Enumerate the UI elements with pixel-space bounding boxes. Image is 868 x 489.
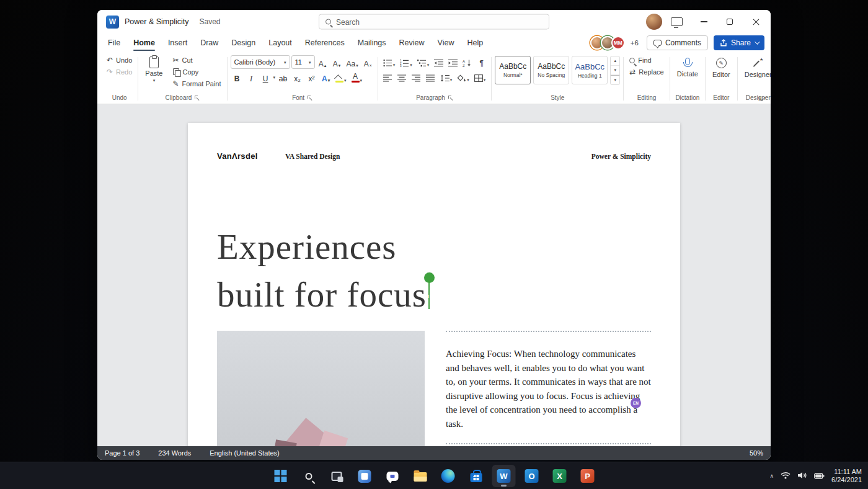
close-button[interactable] — [745, 12, 767, 31]
tab-layout[interactable]: Layout — [268, 34, 293, 52]
subscript-button[interactable]: x₂ — [291, 71, 304, 84]
store-button[interactable] — [464, 465, 488, 487]
style-heading-1[interactable]: AaBbCc Heading 1 — [572, 56, 608, 84]
style-gallery-down[interactable]: ▾ — [611, 66, 619, 75]
document-text-column[interactable]: Achieving Focus: When technology communi… — [446, 331, 651, 446]
redo-button[interactable]: ↷ Redo — [104, 67, 135, 77]
find-button[interactable]: Find — [627, 55, 666, 65]
heading-line-1[interactable]: Experiences — [217, 223, 651, 271]
change-case-button[interactable]: Aa ▾ — [345, 56, 360, 69]
body-paragraph[interactable]: Achieving Focus: When technology communi… — [446, 347, 651, 431]
font-dialog-launcher[interactable] — [308, 96, 312, 101]
document-title[interactable]: Power & Simplicity — [125, 17, 189, 26]
clipboard-dialog-launcher[interactable] — [195, 96, 200, 101]
collaborator-avatar-mm[interactable]: MM — [611, 36, 625, 50]
numbering-button[interactable]: 123 ▾ — [398, 55, 414, 68]
start-button[interactable] — [269, 465, 293, 487]
text-effects-button[interactable]: A ▾ — [319, 71, 332, 84]
widgets-button[interactable] — [353, 465, 376, 487]
style-no-spacing[interactable]: AaBbCc No Spacing — [533, 56, 569, 84]
share-button[interactable]: Share — [714, 35, 764, 50]
tray-overflow-chevron[interactable]: ∧ — [769, 473, 774, 479]
bullets-button[interactable]: ▾ — [381, 55, 397, 68]
align-right-button[interactable] — [410, 70, 423, 83]
tab-design[interactable]: Design — [231, 34, 256, 52]
word-taskbar-button[interactable]: W — [492, 465, 516, 487]
paste-button[interactable]: Paste ▾ — [141, 55, 166, 89]
copy-button[interactable]: Copy — [170, 67, 224, 77]
tab-home[interactable]: Home — [133, 34, 156, 52]
battery-icon[interactable] — [814, 470, 825, 482]
tab-mailings[interactable]: Mailings — [357, 34, 387, 52]
font-family-combo[interactable]: Calibri (Body) ▾ — [231, 55, 290, 69]
tab-help[interactable]: Help — [466, 34, 484, 52]
outlook-taskbar-button[interactable]: O — [520, 465, 544, 487]
comments-button[interactable]: Comments — [647, 35, 708, 50]
bold-button[interactable]: B — [231, 71, 244, 84]
line-spacing-button[interactable]: ▾ — [438, 70, 454, 83]
style-gallery-up[interactable]: ▴ — [611, 56, 619, 66]
minimize-button[interactable] — [693, 12, 715, 31]
tab-review[interactable]: Review — [399, 34, 425, 52]
language-indicator[interactable]: English (United States) — [210, 449, 280, 457]
editor-button[interactable]: ✎ Editor — [709, 55, 734, 78]
shrink-font-button[interactable]: A ▾ — [330, 56, 343, 69]
sort-button[interactable]: AZ — [461, 55, 474, 68]
paragraph-dialog-launcher[interactable] — [448, 96, 453, 101]
account-avatar[interactable] — [646, 14, 662, 30]
format-painter-button[interactable]: ✎ Format Paint — [170, 79, 224, 89]
clear-formatting-button[interactable]: A × — [361, 56, 374, 69]
undo-button[interactable]: ↶ Undo — [104, 55, 135, 65]
underline-dropdown-icon[interactable]: ▾ — [273, 75, 276, 79]
zoom-level[interactable]: 50% — [750, 449, 763, 457]
wifi-icon[interactable] — [781, 470, 790, 482]
style-normal[interactable]: AaBbCc Normal* — [495, 56, 531, 84]
highlight-color-button[interactable]: ▾ — [334, 71, 348, 84]
edge-button[interactable] — [436, 465, 460, 487]
replace-button[interactable]: ⇄ Replace — [627, 67, 666, 77]
dictate-button[interactable]: Dictate — [673, 55, 702, 78]
grow-font-button[interactable]: A ▴ — [316, 56, 329, 69]
paste-dropdown-icon[interactable]: ▾ — [153, 78, 156, 83]
chat-button[interactable] — [381, 465, 404, 487]
superscript-button[interactable]: x² — [305, 71, 318, 84]
show-formatting-button[interactable]: ¶ — [475, 55, 488, 68]
font-color-button[interactable]: A ▾ — [350, 71, 365, 84]
style-gallery-more[interactable]: ▾ — [611, 75, 619, 84]
align-center-button[interactable] — [396, 70, 409, 83]
increase-indent-button[interactable] — [446, 55, 459, 68]
document-heading[interactable]: Experiences built for focusMK — [217, 223, 651, 318]
shading-button[interactable]: ▾ — [455, 70, 471, 83]
heading-line-2[interactable]: built for focusMK — [217, 271, 651, 318]
multilevel-list-button[interactable]: ▾ — [415, 55, 432, 68]
volume-icon[interactable] — [797, 470, 807, 482]
tab-file[interactable]: File — [107, 34, 121, 52]
italic-button[interactable]: I — [245, 71, 258, 84]
taskbar-search-button[interactable] — [297, 465, 321, 487]
tab-draw[interactable]: Draw — [200, 34, 219, 52]
cut-button[interactable]: ✂ Cut — [170, 55, 224, 65]
align-left-button[interactable] — [381, 70, 394, 83]
strikethrough-button[interactable]: ab — [277, 71, 290, 84]
document-header[interactable]: VanΛrsdel VA Shared Design Power & Simpl… — [217, 151, 651, 161]
tab-references[interactable]: References — [304, 34, 345, 52]
justify-button[interactable] — [424, 70, 437, 83]
tab-view[interactable]: View — [437, 34, 455, 52]
save-status[interactable]: Saved — [200, 17, 221, 26]
collaborator-overflow-count[interactable]: +6 — [631, 39, 639, 47]
search-box[interactable]: Search — [319, 14, 549, 30]
maximize-button[interactable] — [719, 12, 741, 31]
taskbar-clock[interactable]: 11:11 AM 6/24/2021 — [831, 468, 862, 485]
document-image[interactable] — [217, 331, 425, 446]
page-indicator[interactable]: Page 1 of 3 — [105, 449, 140, 457]
designer-button[interactable]: ★ Designer — [741, 55, 771, 78]
word-count[interactable]: 234 Words — [158, 449, 191, 457]
powerpoint-taskbar-button[interactable]: P — [576, 465, 600, 487]
file-explorer-button[interactable] — [409, 465, 432, 487]
document-page[interactable]: VanΛrsdel VA Shared Design Power & Simpl… — [188, 123, 680, 446]
decrease-indent-button[interactable] — [432, 55, 445, 68]
present-screen-icon[interactable] — [671, 17, 683, 26]
font-size-combo[interactable]: 11 ▾ — [291, 55, 315, 69]
borders-button[interactable]: ▾ — [472, 70, 488, 83]
tab-insert[interactable]: Insert — [167, 34, 188, 52]
